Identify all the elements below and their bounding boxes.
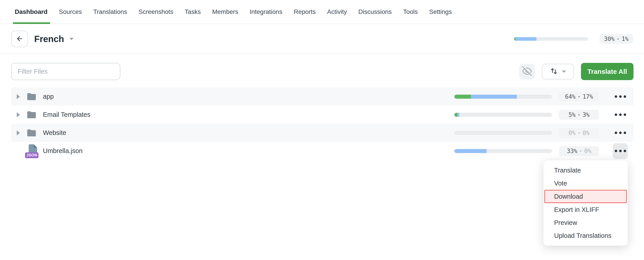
folder-icon <box>25 111 38 119</box>
tab-integrations[interactable]: Integrations <box>250 0 282 24</box>
file-progress-badge: 5%•3% <box>559 110 599 120</box>
back-arrow-icon <box>16 35 24 43</box>
file-progress-badge: 0%•0% <box>559 128 599 138</box>
expand-caret-icon[interactable] <box>17 112 21 117</box>
tab-dashboard[interactable]: Dashboard <box>15 0 48 24</box>
toggle-hidden-files-button[interactable] <box>519 64 535 79</box>
tab-screenshots[interactable]: Screenshots <box>138 0 173 24</box>
language-dropdown-caret-icon[interactable] <box>70 38 74 40</box>
file-list: app 64%•17% Email Templates <box>11 88 634 160</box>
tab-translations[interactable]: Translations <box>93 0 127 24</box>
folder-icon <box>25 129 38 137</box>
file-row-app[interactable]: app 64%•17% <box>11 88 634 106</box>
tab-tasks[interactable]: Tasks <box>185 0 201 24</box>
file-name: app <box>43 93 54 100</box>
header-divider <box>0 54 644 54</box>
expand-caret-icon[interactable] <box>17 130 21 135</box>
file-toolbar: Translate All <box>11 63 634 80</box>
menu-item-preview[interactable]: Preview <box>544 216 628 229</box>
menu-item-vote[interactable]: Vote <box>544 177 628 190</box>
menu-item-download[interactable]: Download <box>544 190 627 203</box>
row-actions-button-active[interactable] <box>613 143 628 159</box>
row-actions-button[interactable] <box>613 89 628 105</box>
language-progress-bar <box>514 37 588 41</box>
language-progress-badge: 30%•1% <box>600 34 633 44</box>
file-progress-bar <box>454 131 552 135</box>
back-button[interactable] <box>12 31 28 47</box>
file-progress-badge: 33%•0% <box>559 146 599 156</box>
sort-button[interactable] <box>542 64 574 79</box>
json-type-badge: JSON <box>25 152 38 158</box>
project-header: French 30%•1% <box>0 24 644 54</box>
file-progress-bar <box>454 95 552 99</box>
filter-files-input[interactable] <box>11 63 120 80</box>
eye-off-icon <box>522 67 532 77</box>
json-file-icon: JSON <box>25 144 38 158</box>
top-nav: Dashboard Sources Translations Screensho… <box>0 0 644 24</box>
file-progress-bar <box>454 149 552 153</box>
file-row-website[interactable]: Website 0%•0% <box>11 124 634 142</box>
page-title: French <box>34 34 64 44</box>
tab-discussions[interactable]: Discussions <box>358 0 392 24</box>
file-name: Umbrella.json <box>43 147 82 155</box>
tab-tools[interactable]: Tools <box>403 0 418 24</box>
row-actions-button[interactable] <box>613 107 628 123</box>
tab-activity[interactable]: Activity <box>327 0 347 24</box>
tab-members[interactable]: Members <box>212 0 238 24</box>
file-name: Email Templates <box>43 111 90 118</box>
file-row-email-templates[interactable]: Email Templates 5%•3% <box>11 106 634 124</box>
tab-sources[interactable]: Sources <box>59 0 82 24</box>
menu-item-upload-translations[interactable]: Upload Translations <box>544 229 628 242</box>
sort-arrows-icon <box>550 67 558 76</box>
expand-caret-icon[interactable] <box>17 94 21 99</box>
file-actions-menu: Translate Vote Download Export in XLIFF … <box>544 160 628 246</box>
folder-icon <box>25 92 38 101</box>
tab-settings[interactable]: Settings <box>429 0 452 24</box>
sort-caret-icon <box>562 71 566 73</box>
menu-item-export-xliff[interactable]: Export in XLIFF <box>544 203 628 216</box>
translate-all-button[interactable]: Translate All <box>581 63 634 80</box>
file-row-umbrella-json[interactable]: JSON Umbrella.json 33%•0% <box>11 142 634 160</box>
row-actions-button[interactable] <box>613 125 628 141</box>
file-progress-badge: 64%•17% <box>559 92 599 102</box>
file-name: Website <box>43 129 66 136</box>
tab-reports[interactable]: Reports <box>294 0 316 24</box>
menu-item-translate[interactable]: Translate <box>544 164 628 177</box>
file-progress-bar <box>454 113 552 117</box>
